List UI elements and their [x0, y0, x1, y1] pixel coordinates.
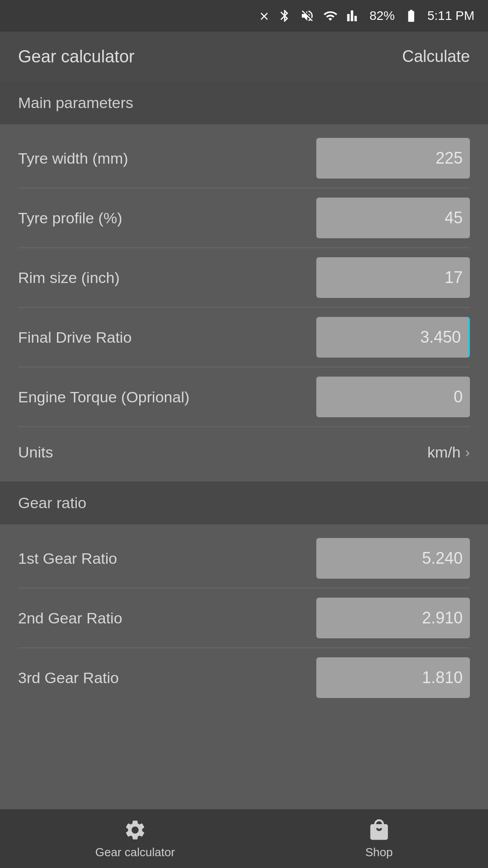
nav-gear-calculator[interactable]: Gear calculator [95, 818, 175, 859]
units-row[interactable]: Units km/h › [0, 427, 488, 477]
tyre-profile-label: Tyre profile (%) [18, 209, 316, 227]
app-bar: Gear calculator Calculate [0, 32, 488, 81]
bluetooth-icon [277, 9, 292, 23]
first-gear-ratio-row: 1st Gear Ratio [0, 529, 488, 588]
final-drive-ratio-input[interactable] [316, 317, 470, 358]
units-selector[interactable]: km/h › [427, 443, 470, 461]
third-gear-ratio-row: 3rd Gear Ratio [0, 648, 488, 707]
main-parameters-header: Main parameters [0, 81, 488, 124]
first-gear-ratio-label: 1st Gear Ratio [18, 550, 316, 567]
tyre-width-input[interactable] [316, 138, 470, 179]
time-display: 5:11 PM [427, 9, 474, 23]
tyre-profile-row: Tyre profile (%) [0, 189, 488, 247]
calculate-button[interactable]: Calculate [402, 47, 470, 66]
engine-torque-input[interactable] [316, 377, 470, 417]
second-gear-ratio-input[interactable] [316, 598, 470, 638]
shop-icon [367, 818, 391, 842]
final-drive-ratio-row: Final Drive Ratio [0, 308, 488, 367]
gear-ratio-title: Gear ratio [18, 494, 86, 511]
second-gear-ratio-row: 2nd Gear Ratio [0, 589, 488, 647]
engine-torque-row: Engine Torque (Oprional) [0, 368, 488, 426]
nav-shop[interactable]: Shop [366, 818, 393, 859]
status-icons: ⨯ 82% 5:11 PM [259, 9, 474, 24]
engine-torque-label: Engine Torque (Oprional) [18, 388, 316, 406]
second-gear-ratio-label: 2nd Gear Ratio [18, 609, 316, 627]
app-title: Gear calculator [18, 47, 135, 66]
first-gear-ratio-input[interactable] [316, 538, 470, 579]
gear-ratio-header: Gear ratio [0, 481, 488, 524]
chevron-right-icon: › [465, 444, 470, 461]
units-current-value: km/h [427, 443, 461, 461]
wifi-icon [323, 9, 338, 23]
rim-size-input[interactable] [316, 257, 470, 298]
gear-icon [123, 818, 147, 842]
tyre-width-row: Tyre width (mm) [0, 129, 488, 188]
units-label: Units [18, 443, 53, 461]
tyre-width-label: Tyre width (mm) [18, 150, 316, 167]
bottom-navigation: Gear calculator Shop [0, 809, 488, 868]
battery-icon [403, 9, 419, 23]
rim-size-row: Rim size (inch) [0, 248, 488, 307]
final-drive-ratio-label: Final Drive Ratio [18, 329, 316, 346]
battery-percentage: 82% [370, 9, 395, 23]
rim-size-label: Rim size (inch) [18, 269, 316, 287]
third-gear-ratio-label: 3rd Gear Ratio [18, 669, 316, 687]
bluetooth-icon: ⨯ [259, 9, 269, 24]
main-parameters-content: Tyre width (mm) Tyre profile (%) Rim siz… [0, 124, 488, 481]
signal-icon [346, 9, 361, 23]
status-bar: ⨯ 82% 5:11 PM [0, 0, 488, 32]
main-parameters-title: Main parameters [18, 94, 133, 111]
nav-shop-label: Shop [366, 845, 393, 859]
third-gear-ratio-input[interactable] [316, 657, 470, 698]
tyre-profile-input[interactable] [316, 198, 470, 238]
mute-icon [300, 9, 314, 23]
nav-gear-calculator-label: Gear calculator [95, 845, 175, 859]
gear-ratio-content: 1st Gear Ratio 2nd Gear Ratio 3rd Gear R… [0, 524, 488, 712]
